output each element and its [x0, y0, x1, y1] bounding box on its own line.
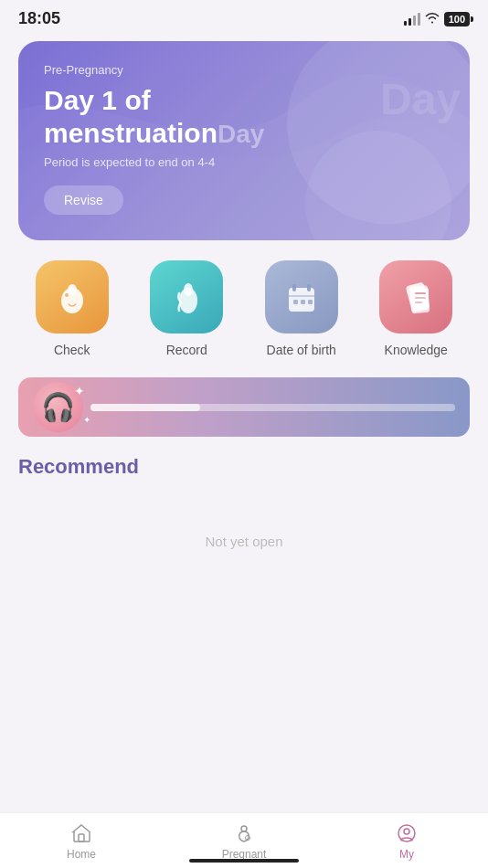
sparkle-1: ✦ — [74, 384, 85, 398]
signal-icon — [404, 13, 420, 26]
svg-point-19 — [241, 826, 247, 831]
pregnant-icon — [233, 822, 255, 844]
action-date-of-birth[interactable]: Date of birth — [265, 260, 338, 357]
bottom-nav: Home Pregnant My — [0, 812, 488, 868]
music-progress-bar — [90, 404, 455, 411]
nav-home[interactable]: Home — [45, 822, 118, 861]
recommend-section: Recommend Not yet open — [18, 455, 470, 549]
battery-icon: 100 — [444, 12, 470, 26]
nav-my[interactable]: My — [370, 822, 443, 861]
music-face: 🎧 ✦ ✦ — [33, 382, 83, 432]
music-banner[interactable]: 🎧 ✦ ✦ — [18, 377, 470, 437]
birth-label: Date of birth — [267, 343, 336, 357]
knowledge-icon — [394, 275, 438, 319]
sparkle-2: ✦ — [83, 415, 90, 425]
birth-icon-wrap — [265, 260, 338, 333]
svg-point-1 — [68, 284, 77, 295]
nav-home-label: Home — [67, 848, 96, 861]
action-record[interactable]: Record — [150, 260, 223, 357]
svg-rect-9 — [293, 300, 298, 304]
home-indicator — [189, 859, 299, 863]
check-label: Check — [54, 343, 90, 357]
status-time: 18:05 — [18, 9, 60, 28]
home-icon — [70, 822, 92, 844]
knowledge-label: Knowledge — [385, 343, 448, 357]
svg-point-22 — [404, 829, 409, 834]
birth-icon — [280, 275, 324, 319]
music-progress-fill — [90, 404, 200, 411]
wifi-icon — [425, 11, 440, 26]
record-icon — [164, 275, 208, 319]
record-label: Record — [166, 343, 207, 357]
svg-point-4 — [184, 283, 193, 296]
hero-card: Day Pre-Pregnancy Day 1 ofmenstruationDa… — [18, 41, 470, 240]
hero-title-bg: Day — [380, 78, 461, 122]
svg-rect-6 — [292, 284, 296, 291]
not-open-text: Not yet open — [18, 534, 470, 549]
check-icon-wrap — [36, 260, 109, 333]
record-icon-wrap — [150, 260, 223, 333]
svg-point-21 — [398, 825, 415, 842]
status-icons: 100 — [404, 11, 470, 26]
quick-actions: Check Record Date of birt — [15, 260, 473, 357]
svg-point-2 — [65, 293, 69, 297]
wave-overlay — [18, 41, 470, 240]
action-check[interactable]: Check — [36, 260, 109, 357]
check-icon — [50, 275, 94, 319]
svg-rect-18 — [79, 834, 84, 842]
knowledge-icon-wrap — [379, 260, 452, 333]
recommend-title: Recommend — [18, 455, 470, 479]
nav-pregnant[interactable]: Pregnant — [207, 822, 281, 861]
nav-my-label: My — [399, 848, 414, 861]
status-bar: 18:05 100 — [0, 0, 488, 34]
music-emoji: 🎧 — [41, 391, 75, 423]
svg-rect-11 — [308, 300, 313, 304]
svg-rect-7 — [307, 284, 311, 291]
my-icon — [396, 822, 418, 844]
action-knowledge[interactable]: Knowledge — [379, 260, 452, 357]
svg-rect-10 — [301, 300, 305, 304]
